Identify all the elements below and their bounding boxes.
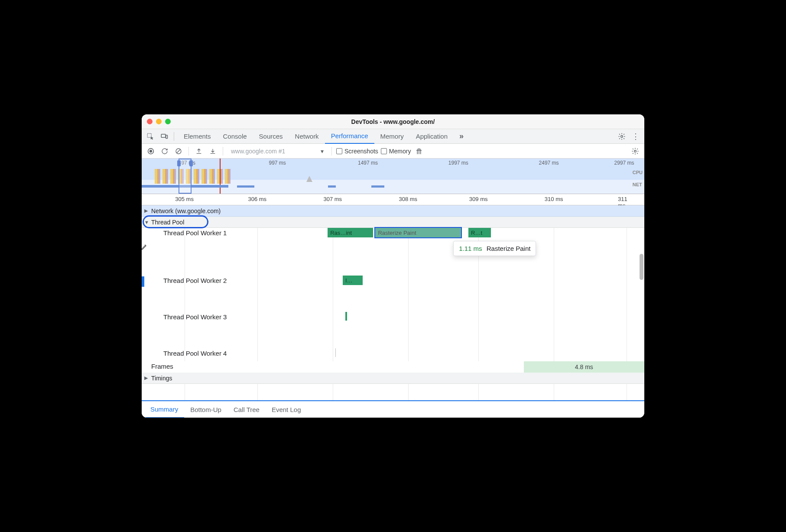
overview-net-bar xyxy=(328,185,336,188)
overview-tick: 997 ms xyxy=(269,160,286,166)
checkbox-icon xyxy=(381,148,387,154)
panel-settings-icon[interactable] xyxy=(630,146,641,157)
tab-network[interactable]: Network xyxy=(289,129,325,144)
overview-cpu-flame xyxy=(155,169,233,184)
disclosure-down-icon: ▼ xyxy=(144,220,149,225)
overview-ticks: 497 ms 997 ms 1497 ms 1997 ms 2497 ms 29… xyxy=(142,160,644,166)
zoom-window-button[interactable] xyxy=(165,119,171,124)
tab-memory[interactable]: Memory xyxy=(374,129,410,144)
frames-label: Frames xyxy=(151,363,173,370)
edit-icon[interactable] xyxy=(142,243,148,250)
worker-1-label: Thread Pool Worker 1 xyxy=(163,229,227,237)
detail-tab-bottomup[interactable]: Bottom-Up xyxy=(184,401,227,418)
divider xyxy=(174,132,174,141)
screenshots-checkbox[interactable]: Screenshots xyxy=(336,148,378,155)
ruler-tick: 306 ms xyxy=(248,196,266,202)
more-tabs-icon[interactable]: » xyxy=(455,130,468,143)
titlebar: DevTools - www.google.com/ xyxy=(142,114,644,129)
flame-event[interactable]: Ras…int xyxy=(328,228,373,237)
worker-row-4: Thread Pool Worker 4 xyxy=(142,348,644,361)
settings-icon[interactable] xyxy=(616,130,628,143)
svg-rect-1 xyxy=(161,134,166,137)
disclosure-right-icon: ▶ xyxy=(144,375,148,381)
device-toolbar-icon[interactable] xyxy=(158,130,170,143)
overview-strip[interactable]: 497 ms 997 ms 1497 ms 1997 ms 2497 ms 29… xyxy=(142,159,644,194)
track-timings-label: Timings xyxy=(151,375,172,382)
download-icon[interactable] xyxy=(207,146,218,157)
svg-rect-2 xyxy=(166,135,168,139)
detail-tab-summary[interactable]: Summary xyxy=(144,401,184,418)
flame-event-selected[interactable]: Rasterize Paint xyxy=(375,228,461,237)
reload-record-button[interactable] xyxy=(159,146,170,157)
flame-event[interactable] xyxy=(345,312,347,321)
checkbox-icon xyxy=(336,148,342,154)
frames-row[interactable]: Frames 4.8 ms xyxy=(142,361,644,373)
ruler-tick: 308 ms xyxy=(399,196,417,202)
tab-performance[interactable]: Performance xyxy=(325,129,374,144)
overview-net-bar xyxy=(237,185,254,188)
overview-viewport-handle[interactable] xyxy=(179,159,192,194)
worker-2-label: Thread Pool Worker 2 xyxy=(163,277,227,284)
event-tooltip: 1.11 ms Rasterize Paint xyxy=(453,241,536,256)
divider xyxy=(223,147,223,156)
scrollbar-thumb[interactable] xyxy=(640,254,643,280)
track-timings-header[interactable]: ▶ Timings xyxy=(142,373,644,384)
net-label: NET xyxy=(633,182,643,187)
divider xyxy=(331,147,332,156)
perf-toolbar: www.google.com #1 ▾ Screenshots Memory xyxy=(142,144,644,159)
recording-name: www.google.com #1 xyxy=(231,148,285,155)
flamechart[interactable]: ▶ Network (ww.google.com) ▼ Thread Pool … xyxy=(142,205,644,400)
devtools-window: DevTools - www.google.com/ Elements Cons… xyxy=(142,114,644,418)
overview-tick: 1497 ms xyxy=(358,160,378,166)
close-window-button[interactable] xyxy=(147,119,153,124)
window-title: DevTools - www.google.com/ xyxy=(142,118,644,125)
memory-label: Memory xyxy=(389,148,411,155)
frame-block[interactable]: 4.8 ms xyxy=(524,361,644,373)
overview-tick: 2497 ms xyxy=(539,160,559,166)
frame-duration: 4.8 ms xyxy=(575,363,593,370)
recording-select[interactable]: www.google.com #1 ▾ xyxy=(227,146,327,156)
clear-button[interactable] xyxy=(173,146,184,157)
track-network-label: Network (ww.google.com) xyxy=(151,208,221,214)
track-network-header[interactable]: ▶ Network (ww.google.com) xyxy=(142,205,644,217)
overview-row-labels: CPU NET xyxy=(633,170,643,187)
record-button[interactable] xyxy=(145,146,156,157)
overview-cpu-spike xyxy=(306,176,312,182)
tooltip-name: Rasterize Paint xyxy=(487,245,531,252)
panel-tabs: Elements Console Sources Network Perform… xyxy=(178,129,454,144)
screenshots-label: Screenshots xyxy=(344,148,378,155)
svg-point-3 xyxy=(621,135,623,137)
detail-tabs: Summary Bottom-Up Call Tree Event Log xyxy=(142,400,644,418)
tooltip-duration: 1.11 ms xyxy=(459,245,482,252)
flame-event-tiny[interactable] xyxy=(335,348,336,357)
svg-point-7 xyxy=(634,150,637,152)
detail-tab-calltree[interactable]: Call Tree xyxy=(227,401,266,418)
worker-row-3: Thread Pool Worker 3 xyxy=(142,312,644,348)
detail-tab-eventlog[interactable]: Event Log xyxy=(266,401,307,418)
gc-icon[interactable] xyxy=(413,146,425,157)
minimize-window-button[interactable] xyxy=(156,119,162,124)
track-threadpool-header[interactable]: ▼ Thread Pool xyxy=(142,217,644,228)
flame-event[interactable]: I… xyxy=(343,276,363,285)
kebab-menu-icon[interactable]: ⋮ xyxy=(630,130,642,143)
disclosure-right-icon: ▶ xyxy=(144,208,148,214)
tab-application[interactable]: Application xyxy=(410,129,454,144)
traffic-lights xyxy=(147,119,171,124)
time-ruler[interactable]: 305 ms 306 ms 307 ms 308 ms 309 ms 310 m… xyxy=(142,194,644,205)
worker-row-1: Thread Pool Worker 1 Ras…int Rasterize P… xyxy=(142,228,644,276)
cpu-label: CPU xyxy=(633,170,643,175)
ruler-tick: 307 ms xyxy=(323,196,342,202)
overview-tick: 1997 ms xyxy=(448,160,468,166)
flame-event[interactable]: R…t xyxy=(468,228,491,237)
upload-icon[interactable] xyxy=(193,146,205,157)
inspect-element-icon[interactable] xyxy=(144,130,156,143)
overview-tick: 2997 ms xyxy=(614,160,634,166)
overview-net-bar xyxy=(371,185,384,188)
tab-sources[interactable]: Sources xyxy=(253,129,289,144)
chevron-down-icon: ▾ xyxy=(321,148,324,155)
divider xyxy=(188,147,189,156)
tab-console[interactable]: Console xyxy=(217,129,253,144)
ruler-tick: 310 ms xyxy=(545,196,563,202)
tab-elements[interactable]: Elements xyxy=(178,129,217,144)
memory-checkbox[interactable]: Memory xyxy=(381,148,411,155)
